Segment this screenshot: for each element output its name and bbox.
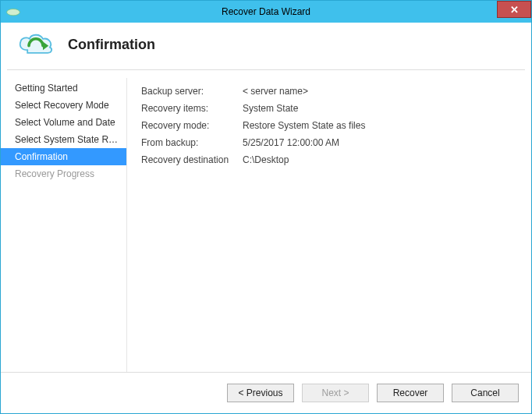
step-select-volume-and-date[interactable]: Select Volume and Date bbox=[1, 114, 126, 131]
row-from-backup: From backup: 5/25/2017 12:00:00 AM bbox=[141, 134, 516, 151]
step-select-system-state-recovery[interactable]: Select System State Reco... bbox=[1, 131, 126, 148]
row-recovery-items: Recovery items: System State bbox=[141, 100, 516, 117]
label-recovery-mode: Recovery mode: bbox=[141, 120, 243, 131]
cloud-recover-icon bbox=[15, 30, 57, 58]
step-confirmation[interactable]: Confirmation bbox=[1, 148, 126, 165]
svg-point-0 bbox=[7, 9, 20, 16]
previous-button[interactable]: < Previous bbox=[227, 384, 294, 402]
step-getting-started[interactable]: Getting Started bbox=[1, 80, 126, 97]
row-recovery-mode: Recovery mode: Restore System State as f… bbox=[141, 117, 516, 134]
cancel-button[interactable]: Cancel bbox=[452, 384, 519, 402]
value-from-backup: 5/25/2017 12:00:00 AM bbox=[243, 137, 339, 148]
next-button: Next > bbox=[302, 384, 369, 402]
wizard-header: Confirmation bbox=[1, 23, 531, 69]
label-recovery-items: Recovery items: bbox=[141, 103, 243, 114]
label-from-backup: From backup: bbox=[141, 137, 243, 148]
wizard-steps-sidebar: Getting Started Select Recovery Mode Sel… bbox=[1, 78, 127, 372]
row-recovery-destination: Recovery destination C:\Desktop bbox=[141, 151, 516, 168]
row-backup-server: Backup server: < server name> bbox=[141, 83, 516, 100]
close-icon: ✕ bbox=[510, 4, 519, 16]
step-recovery-progress: Recovery Progress bbox=[1, 165, 126, 182]
label-backup-server: Backup server: bbox=[141, 86, 243, 97]
label-recovery-destination: Recovery destination bbox=[141, 154, 243, 165]
titlebar: Recover Data Wizard ✕ bbox=[1, 1, 531, 23]
wizard-footer: < Previous Next > Recover Cancel bbox=[1, 372, 531, 413]
value-backup-server: < server name> bbox=[243, 86, 308, 97]
step-select-recovery-mode[interactable]: Select Recovery Mode bbox=[1, 97, 126, 114]
confirmation-panel: Backup server: < server name> Recovery i… bbox=[127, 78, 531, 372]
value-recovery-items: System State bbox=[243, 103, 298, 114]
window-title: Recover Data Wizard bbox=[1, 6, 531, 17]
value-recovery-destination: C:\Desktop bbox=[243, 154, 289, 165]
wizard-body: Getting Started Select Recovery Mode Sel… bbox=[1, 70, 531, 372]
value-recovery-mode: Restore System State as files bbox=[243, 120, 365, 131]
recover-button[interactable]: Recover bbox=[377, 384, 444, 402]
app-icon bbox=[5, 5, 21, 18]
page-title: Confirmation bbox=[68, 37, 155, 53]
close-button[interactable]: ✕ bbox=[497, 1, 531, 18]
